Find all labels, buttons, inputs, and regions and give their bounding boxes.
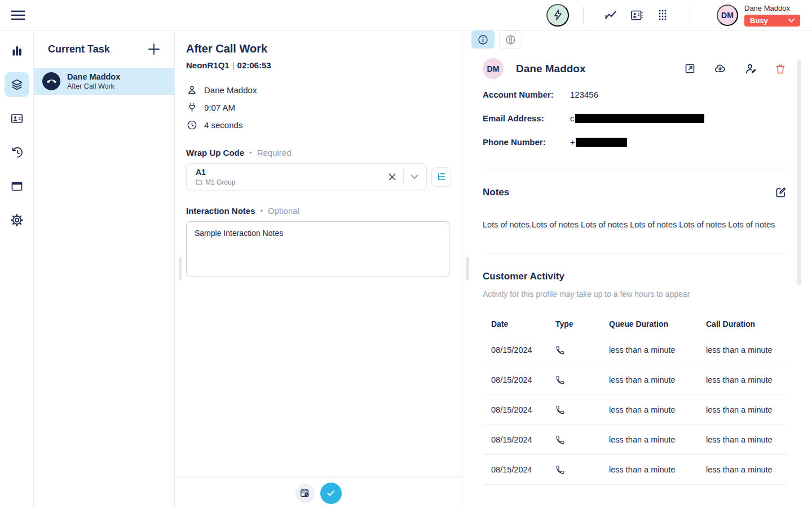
- activity-row: 08/15/2024 less than a minute less than …: [483, 455, 787, 485]
- schedule-callback-button[interactable]: [295, 484, 315, 503]
- directory-button[interactable]: [630, 8, 643, 22]
- work-item-panel: After Call Work NeonR1Q1|02:06:53 Dane M…: [175, 30, 462, 508]
- rail-item-workspace[interactable]: [5, 174, 29, 199]
- section-divider: [483, 253, 787, 253]
- profile-name: Dane Maddox: [516, 63, 586, 75]
- current-task-panel: Current Task Dane Maddox After Call Work: [34, 30, 175, 508]
- phone-redaction-bar: [576, 138, 627, 147]
- interaction-notes-label: Interaction Notes: [186, 206, 255, 216]
- left-rail: [0, 30, 34, 508]
- wrapup-code-select[interactable]: A1 M1 Group: [186, 163, 427, 190]
- status-dropdown[interactable]: Busy: [744, 15, 800, 27]
- activity-queue-duration: less than a minute: [609, 435, 706, 444]
- external-link-icon: [684, 63, 696, 75]
- wrapup-clear-button[interactable]: [387, 172, 398, 182]
- phone-call-icon: [555, 375, 565, 385]
- person-edit-icon: [744, 63, 757, 75]
- close-icon: [388, 173, 396, 181]
- profile-fields: Account Number: 123456 Email Address: c …: [483, 90, 812, 147]
- task-state: After Call Work: [67, 82, 120, 91]
- check-icon: [325, 488, 336, 498]
- bar-chart-icon: [10, 44, 24, 58]
- activity-type: [555, 375, 609, 385]
- user-avatar[interactable]: DM: [717, 5, 738, 26]
- column-call-duration: Call Duration: [706, 319, 787, 329]
- download-profile-button[interactable]: [713, 63, 727, 75]
- task-list-item[interactable]: Dane Maddox After Call Work: [34, 68, 174, 95]
- activity-call-duration: less than a minute: [706, 375, 787, 384]
- activity-call-duration: less than a minute: [706, 465, 787, 474]
- rail-item-performance[interactable]: [5, 38, 29, 63]
- contact-card-icon: [10, 112, 24, 125]
- rail-item-history[interactable]: [5, 140, 29, 165]
- activity-type: [555, 405, 609, 415]
- activity-call-duration: less than a minute: [706, 405, 787, 414]
- participant-row: Dane Maddox: [186, 81, 462, 99]
- activity-queue-duration: less than a minute: [609, 345, 706, 354]
- hamburger-icon: [11, 9, 25, 21]
- edit-pencil-icon: [774, 186, 787, 199]
- tab-profile-info[interactable]: [471, 30, 495, 49]
- profile-scrollbar[interactable]: [797, 59, 801, 285]
- edit-notes-button[interactable]: [774, 186, 787, 199]
- email-redaction-bar: [575, 114, 704, 123]
- start-time-row: 9:07 AM: [186, 99, 462, 116]
- activity-queue-duration: less than a minute: [609, 405, 706, 414]
- rail-item-settings[interactable]: [5, 208, 29, 233]
- acw-timer-row: 4 seconds: [186, 116, 462, 134]
- lightning-icon: [552, 9, 564, 21]
- plus-icon: [148, 43, 160, 55]
- rail-item-interactions[interactable]: [5, 72, 29, 97]
- activity-queue-duration: less than a minute: [609, 465, 706, 474]
- menu-hamburger-button[interactable]: [10, 7, 27, 24]
- delete-contact-button[interactable]: [775, 63, 786, 75]
- wrapup-selected-code: A1: [196, 168, 235, 177]
- phone-field: Phone Number: +: [483, 137, 812, 147]
- rail-item-contacts[interactable]: [5, 106, 29, 131]
- profile-header: DM Dane Maddox: [483, 58, 812, 79]
- activity-date: 08/15/2024: [483, 345, 555, 354]
- complete-acw-button[interactable]: [320, 483, 342, 504]
- profile-avatar-initials: DM: [487, 64, 500, 73]
- tab-insights[interactable]: [499, 30, 522, 49]
- trash-icon: [775, 63, 786, 75]
- open-profile-button[interactable]: [684, 63, 696, 75]
- split-circle-icon: [505, 34, 517, 46]
- current-task-title: Current Task: [48, 43, 110, 55]
- interaction-notes-input[interactable]: Sample Interaction Notes: [186, 221, 449, 277]
- activity-date: 08/15/2024: [483, 435, 555, 444]
- column-queue-duration: Queue Duration: [609, 319, 706, 329]
- calendar-clock-icon: [299, 488, 310, 498]
- queue-name: NeonR1Q1: [186, 60, 230, 70]
- add-task-button[interactable]: [146, 41, 162, 57]
- wrapup-tree-browse-button[interactable]: [431, 167, 451, 187]
- customer-activity-subtitle: Activity for this profile may take up to…: [483, 290, 812, 299]
- contact-card-icon: [630, 8, 643, 22]
- performance-chart-button[interactable]: [604, 8, 617, 22]
- activity-table-header: Date Type Queue Duration Call Duration: [483, 313, 787, 335]
- select-divider: [403, 170, 404, 183]
- wrapup-selected-group: M1 Group: [205, 178, 235, 186]
- activity-row: 08/15/2024 less than a minute less than …: [483, 335, 787, 365]
- activity-call-duration: less than a minute: [706, 435, 787, 444]
- chevron-down-icon: [411, 174, 418, 179]
- edit-contact-button[interactable]: [744, 63, 757, 75]
- email-value: c: [570, 113, 704, 123]
- panel-resize-handle[interactable]: [466, 257, 469, 281]
- phone-call-icon: [555, 465, 565, 475]
- activity-table: Date Type Queue Duration Call Duration 0…: [483, 313, 787, 485]
- customer-activity-title: Customer Activity: [483, 271, 812, 282]
- section-divider: [483, 168, 787, 168]
- dialpad-button[interactable]: [656, 8, 669, 22]
- subtitle-separator: |: [230, 60, 237, 70]
- notes-body: Lots of notes.Lots of notes Lots of note…: [483, 219, 812, 230]
- panel-resize-handle[interactable]: [179, 257, 182, 281]
- history-icon: [10, 146, 24, 159]
- activity-date: 08/15/2024: [483, 465, 555, 474]
- activity-row: 08/15/2024 less than a minute less than …: [483, 425, 787, 455]
- quick-actions-button[interactable]: [546, 4, 569, 27]
- work-item-subtitle: NeonR1Q1|02:06:53: [186, 60, 462, 70]
- activity-table-body: 08/15/2024 less than a minute less than …: [483, 335, 787, 485]
- wrapup-dropdown-button[interactable]: [409, 173, 420, 181]
- topbar: DM Dane Maddox Busy: [0, 0, 812, 30]
